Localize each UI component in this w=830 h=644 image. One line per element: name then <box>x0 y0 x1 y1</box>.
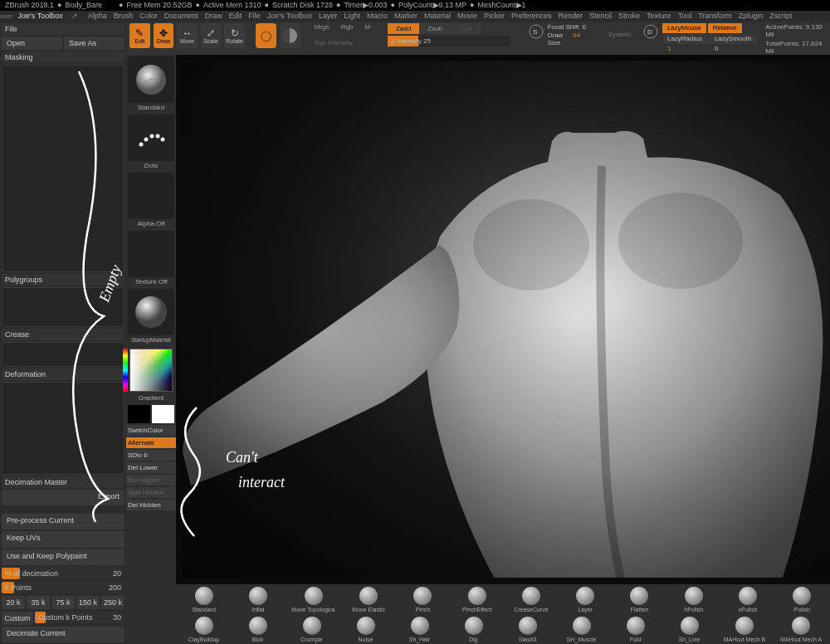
kpoints-slider[interactable]: k Points 200 <box>2 582 124 593</box>
menu-stencil[interactable]: Stencil <box>589 12 612 20</box>
zcut-button[interactable]: Zcut <box>451 23 481 34</box>
menu-stroke[interactable]: Stroke <box>618 12 640 20</box>
brush-flatten[interactable]: Flatten <box>620 587 659 612</box>
draw-mode-button[interactable]: ✥Draw <box>154 23 174 48</box>
menu-edit[interactable]: Edit <box>229 12 242 20</box>
hue-strip[interactable] <box>123 349 128 392</box>
menu-file[interactable]: File <box>248 12 261 20</box>
decimation-section-header[interactable]: Decimation Master <box>2 476 124 488</box>
brush-creasecurve[interactable]: CreaseCurve <box>511 587 550 612</box>
brush-shline[interactable]: Sh_Line <box>670 617 709 642</box>
brush-noise[interactable]: Noise <box>346 617 385 642</box>
split-hidden-button[interactable]: Split Hidden <box>125 487 177 498</box>
masking-section-header[interactable]: Masking <box>2 51 124 63</box>
move-mode-button[interactable]: ↔Move <box>177 23 198 48</box>
menu-color[interactable]: Color <box>139 12 158 20</box>
menu-movie[interactable]: Movie <box>457 12 477 20</box>
saveas-button[interactable]: Save As <box>64 37 124 50</box>
texture-thumb[interactable] <box>128 231 174 277</box>
scale-mode-button[interactable]: ⤢Scale <box>201 23 222 48</box>
brush-crumple[interactable]: Crumple <box>292 617 331 642</box>
alternate-button[interactable]: Alternate <box>125 437 177 448</box>
undock-icon[interactable]: ↗ <box>71 11 78 22</box>
del-lower-button[interactable]: Del Lower <box>125 462 177 473</box>
sdiv-slider[interactable]: SDiv 6 <box>125 450 177 461</box>
relative-button[interactable]: Relative <box>708 23 742 33</box>
color-black-swatch[interactable] <box>128 405 150 423</box>
deformation-section-header[interactable]: Deformation <box>2 368 124 380</box>
menu-zscript[interactable]: Zscript <box>769 12 792 20</box>
stroke-thumb[interactable] <box>128 115 174 161</box>
open-button[interactable]: Open <box>2 37 62 50</box>
menu-document[interactable]: Document <box>164 12 198 20</box>
material-thumb[interactable] <box>128 289 174 335</box>
menu-joestoolbox[interactable]: Joe's Toolbox <box>267 12 312 20</box>
menu-preferences[interactable]: Preferences <box>511 12 552 20</box>
brush-thumb[interactable] <box>128 56 174 103</box>
menu-render[interactable]: Render <box>559 12 583 20</box>
menu-marker[interactable]: Marker <box>394 12 417 20</box>
focal-shift-label[interactable]: Focal Shift <box>548 23 579 31</box>
focal-icon[interactable]: S <box>528 23 544 40</box>
menu-texture[interactable]: Texture <box>647 12 671 20</box>
brush-layer[interactable]: Layer <box>566 587 605 612</box>
rgb-intensity-label[interactable]: Rgb Intensity <box>315 39 354 46</box>
sphere-icon-button[interactable] <box>280 23 300 48</box>
custom-button[interactable]: Custom <box>2 612 33 625</box>
lazymouse-button[interactable]: LazyMouse <box>662 23 706 33</box>
edit-mode-button[interactable]: ✎Edit <box>129 23 150 48</box>
brush-mahcutmechb[interactable]: MAHcut Mech B <box>724 617 765 642</box>
menu-picker[interactable]: Picker <box>484 12 505 20</box>
m-button[interactable]: M <box>365 23 371 31</box>
rgb-button[interactable]: Rgb <box>341 23 354 31</box>
rotate-mode-button[interactable]: ↻Rotate <box>224 23 245 48</box>
del-hidden-button[interactable]: Del Hidden <box>125 500 177 510</box>
menu-tool[interactable]: Tool <box>678 12 692 20</box>
dynamic-toggle[interactable]: Dynamic <box>608 32 631 46</box>
preset-20k[interactable]: 20 k <box>2 596 25 609</box>
brush-pinch[interactable]: Pinch <box>403 587 442 612</box>
alpha-thumb[interactable] <box>128 173 174 219</box>
brush-polish[interactable]: Polish <box>783 587 822 612</box>
export-button[interactable]: Export <box>2 490 124 505</box>
lazyradius-slider[interactable]: LazyRadius 1 <box>662 34 708 44</box>
menu-transform[interactable]: Transform <box>698 12 732 20</box>
decimate-current-button[interactable]: Decimate Current <box>2 627 124 642</box>
custom-k-slider[interactable]: Custom k Points 30 <box>35 612 124 623</box>
color-white-swatch[interactable] <box>152 405 174 423</box>
preset-250k[interactable]: 250 k <box>101 596 124 609</box>
brush-moveelastic[interactable]: Move Elastic <box>349 587 388 612</box>
brush-slash[interactable]: Slash3 <box>508 617 547 642</box>
keep-uvs-button[interactable]: Keep UVs <box>2 531 124 547</box>
del-higher-button[interactable]: Del Higher <box>125 475 177 485</box>
menu-light[interactable]: Light <box>344 12 360 20</box>
menu-layer[interactable]: Layer <box>319 12 338 20</box>
zsub-button[interactable]: Zsub <box>419 23 451 34</box>
brush-movetopologica[interactable]: Move Topologica <box>293 587 334 612</box>
crease-section-header[interactable]: Crease <box>2 329 124 340</box>
z-intensity-slider[interactable]: Z Intensity 25 <box>388 36 510 46</box>
brush-hpolish[interactable]: hPolish <box>674 587 713 612</box>
brush-standard[interactable]: Standard <box>184 587 223 612</box>
brush-pincheffect[interactable]: PinchEffect <box>457 587 496 612</box>
brush-shmuscle[interactable]: SH_Muscle <box>562 617 601 642</box>
preprocess-button[interactable]: Pre-process Current <box>2 514 124 529</box>
toolbox-title[interactable]: Joe's Toolbox <box>18 11 63 22</box>
pct-decimation-slider[interactable]: % of decimation 20 <box>2 568 124 579</box>
zadd-button[interactable]: Zadd <box>388 23 419 34</box>
file-section-header[interactable]: File <box>2 23 124 35</box>
preset-150k[interactable]: 150 k <box>76 596 100 609</box>
menu-draw[interactable]: Draw <box>205 12 222 20</box>
mrgb-button[interactable]: Mrgb <box>315 23 330 31</box>
brush-blob[interactable]: Blob <box>238 617 277 642</box>
polygroups-section-header[interactable]: Polygroups <box>2 274 124 285</box>
color-picker[interactable] <box>128 347 174 393</box>
brush-dig[interactable]: Dig <box>454 617 493 642</box>
use-polypaint-button[interactable]: Use and Keep Polypaint <box>2 549 124 565</box>
menu-alpha[interactable]: Alpha <box>88 12 107 20</box>
brush-inflat[interactable]: Inflat <box>238 587 277 612</box>
menu-zplugin[interactable]: Zplugin <box>739 12 764 20</box>
brush-shhair[interactable]: Sh_Hair <box>400 617 439 642</box>
brush-mahcutmecha[interactable]: MAHcut Mech A <box>780 617 822 642</box>
brush-spolish[interactable]: sPolish <box>728 587 767 612</box>
